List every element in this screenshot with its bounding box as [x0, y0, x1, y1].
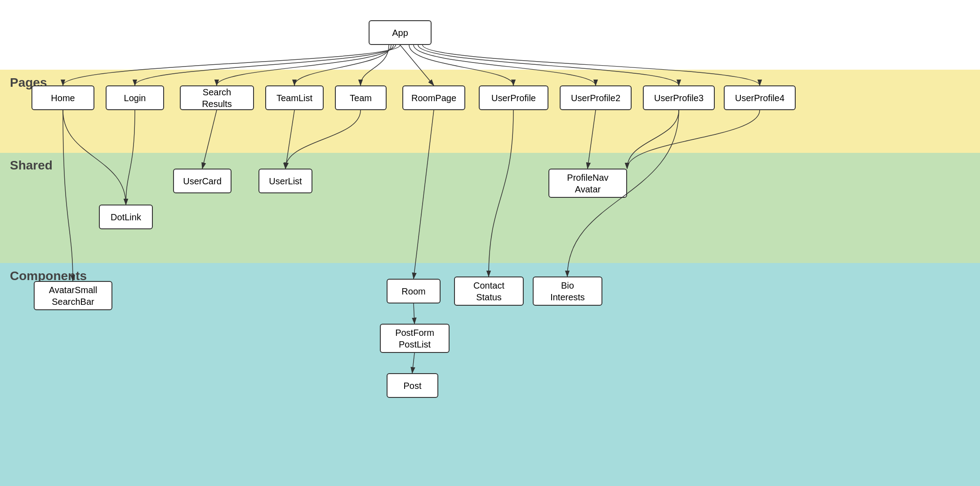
- node-post: Post: [387, 373, 438, 398]
- node-userprofile3: UserProfile3: [643, 85, 715, 110]
- node-usercard: UserCard: [173, 169, 232, 193]
- node-teamlist: TeamList: [265, 85, 324, 110]
- layer-pages: [0, 70, 980, 153]
- node-dotlink: DotLink: [99, 205, 153, 229]
- node-room: Room: [387, 279, 441, 303]
- node-userprofile2: UserProfile2: [560, 85, 632, 110]
- node-avatarsmallsearchbar: AvatarSmall SearchBar: [34, 281, 112, 310]
- node-biointerests: Bio Interests: [533, 276, 602, 306]
- node-search-results: Search Results: [180, 85, 254, 110]
- node-postformpostlist: PostForm PostList: [380, 324, 450, 353]
- node-profilenavavatar: ProfileNav Avatar: [548, 169, 627, 198]
- node-userprofile4: UserProfile4: [724, 85, 796, 110]
- node-userlist: UserList: [258, 169, 312, 193]
- node-userprofile: UserProfile: [479, 85, 548, 110]
- node-contactstatus: Contact Status: [454, 276, 524, 306]
- node-team: Team: [335, 85, 387, 110]
- node-roompage: RoomPage: [402, 85, 465, 110]
- label-shared: Shared: [10, 158, 53, 173]
- node-home: Home: [31, 85, 94, 110]
- node-login: Login: [106, 85, 164, 110]
- node-app: App: [369, 20, 432, 45]
